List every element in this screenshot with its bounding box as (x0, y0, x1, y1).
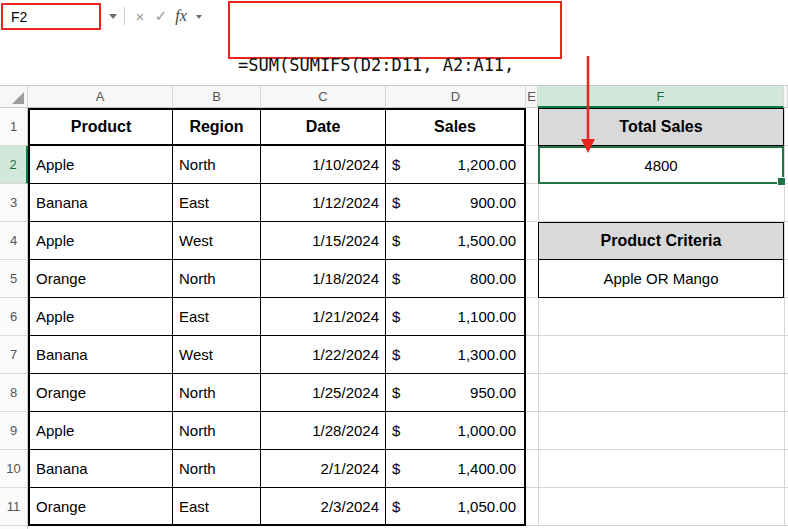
currency-symbol: $ (392, 384, 400, 401)
name-box-dropdown-icon[interactable] (102, 5, 124, 27)
currency-symbol: $ (392, 346, 400, 363)
row-header-3[interactable]: 3 (0, 184, 28, 222)
cell-d11[interactable]: $1,050.00 (386, 488, 526, 526)
row-header-5[interactable]: 5 (0, 260, 28, 298)
cell-c2[interactable]: 1/10/2024 (261, 146, 386, 184)
row-header-2[interactable]: 2 (0, 146, 28, 184)
cell-c4[interactable]: 1/15/2024 (261, 222, 386, 260)
cell-b1[interactable]: Region (173, 108, 261, 146)
cell-b4[interactable]: West (173, 222, 261, 260)
sales-amount: 900.00 (470, 194, 516, 211)
cell-d8[interactable]: $950.00 (386, 374, 526, 412)
cell-f5-product-criteria-value[interactable]: Apple OR Mango (538, 260, 784, 298)
formula-input[interactable]: =SUM(SUMIFS(D2:D11, A2:A11, {"Apple","Ma… (228, 1, 562, 59)
cell-d10[interactable]: $1,400.00 (386, 450, 526, 488)
column-header-e[interactable]: E (526, 85, 538, 108)
cell-f1-total-sales-label[interactable]: Total Sales (538, 108, 784, 146)
spreadsheet-window: F2 × ✓ fx =SUM(SUMIFS(D2:D11, A2:A11, {"… (0, 0, 788, 529)
row-header-10[interactable]: 10 (0, 450, 28, 488)
cell-b10[interactable]: North (173, 450, 261, 488)
column-header-b[interactable]: B (173, 85, 261, 108)
currency-symbol: $ (392, 498, 400, 515)
row-header-7[interactable]: 7 (0, 336, 28, 374)
currency-symbol: $ (392, 422, 400, 439)
sales-amount: 1,300.00 (458, 346, 516, 363)
cell-a2[interactable]: Apple (28, 146, 173, 184)
row-header-1[interactable]: 1 (0, 108, 28, 146)
cell-b7[interactable]: West (173, 336, 261, 374)
chevron-down-icon (196, 15, 202, 19)
insert-function-icon[interactable]: fx (171, 4, 191, 28)
formula-options-icon[interactable] (192, 12, 206, 22)
cell-f2-total-sales-value[interactable]: 4800 (538, 146, 784, 184)
currency-symbol: $ (392, 156, 400, 173)
cell-c6[interactable]: 1/21/2024 (261, 298, 386, 336)
select-all-triangle-icon (12, 92, 24, 104)
row-header-8[interactable]: 8 (0, 374, 28, 412)
cell-b2[interactable]: North (173, 146, 261, 184)
cell-c10[interactable]: 2/1/2024 (261, 450, 386, 488)
cell-a3[interactable]: Banana (28, 184, 173, 222)
row-header-9[interactable]: 9 (0, 412, 28, 450)
cell-b3[interactable]: East (173, 184, 261, 222)
currency-symbol: $ (392, 308, 400, 325)
row-header-4[interactable]: 4 (0, 222, 28, 260)
cell-a6[interactable]: Apple (28, 298, 173, 336)
cell-a1[interactable]: Product (28, 108, 173, 146)
sales-amount: 1,400.00 (458, 460, 516, 477)
cell-a4[interactable]: Apple (28, 222, 173, 260)
row-header-11[interactable]: 11 (0, 488, 28, 526)
formula-line-1: =SUM(SUMIFS(D2:D11, A2:A11, (238, 53, 552, 77)
cell-d9[interactable]: $1,000.00 (386, 412, 526, 450)
currency-symbol: $ (392, 232, 400, 249)
cell-d3[interactable]: $900.00 (386, 184, 526, 222)
cell-c1[interactable]: Date (261, 108, 386, 146)
cell-b11[interactable]: East (173, 488, 261, 526)
cell-d6[interactable]: $1,100.00 (386, 298, 526, 336)
column-header-f[interactable]: F (538, 85, 784, 108)
data-table: Product Region Date Sales Apple North 1/… (28, 108, 526, 526)
sales-amount: 1,000.00 (458, 422, 516, 439)
cancel-icon[interactable]: × (130, 4, 150, 28)
cell-c11[interactable]: 2/3/2024 (261, 488, 386, 526)
cell-a9[interactable]: Apple (28, 412, 173, 450)
column-header-d[interactable]: D (386, 85, 526, 108)
enter-icon[interactable]: ✓ (151, 4, 171, 28)
name-box[interactable]: F2 (1, 3, 101, 30)
currency-symbol: $ (392, 270, 400, 287)
sales-amount: 1,100.00 (458, 308, 516, 325)
cell-c3[interactable]: 1/12/2024 (261, 184, 386, 222)
cell-a11[interactable]: Orange (28, 488, 173, 526)
currency-symbol: $ (392, 194, 400, 211)
row-header-6[interactable]: 6 (0, 298, 28, 336)
cell-b6[interactable]: East (173, 298, 261, 336)
sales-amount: 1,050.00 (458, 498, 516, 515)
cell-d7[interactable]: $1,300.00 (386, 336, 526, 374)
cell-d2[interactable]: $1,200.00 (386, 146, 526, 184)
select-all-button[interactable] (0, 85, 28, 108)
cell-d4[interactable]: $1,500.00 (386, 222, 526, 260)
formula-bar-area: F2 × ✓ fx =SUM(SUMIFS(D2:D11, A2:A11, {"… (0, 0, 788, 85)
cell-a10[interactable]: Banana (28, 450, 173, 488)
chevron-down-icon (109, 14, 117, 19)
cell-c5[interactable]: 1/18/2024 (261, 260, 386, 298)
cell-c8[interactable]: 1/25/2024 (261, 374, 386, 412)
sales-amount: 950.00 (470, 384, 516, 401)
cell-a8[interactable]: Orange (28, 374, 173, 412)
column-header-c[interactable]: C (261, 85, 386, 108)
sales-amount: 800.00 (470, 270, 516, 287)
cell-b5[interactable]: North (173, 260, 261, 298)
cell-d5[interactable]: $800.00 (386, 260, 526, 298)
cell-c7[interactable]: 1/22/2024 (261, 336, 386, 374)
cell-b8[interactable]: North (173, 374, 261, 412)
cell-a5[interactable]: Orange (28, 260, 173, 298)
cell-a7[interactable]: Banana (28, 336, 173, 374)
annotation-arrow-icon (577, 56, 599, 156)
cell-f4-product-criteria-label[interactable]: Product Criteria (538, 222, 784, 260)
cell-b9[interactable]: North (173, 412, 261, 450)
column-header-a[interactable]: A (28, 85, 173, 108)
cell-c9[interactable]: 1/28/2024 (261, 412, 386, 450)
sales-amount: 1,200.00 (458, 156, 516, 173)
gridline (784, 108, 785, 526)
cell-d1[interactable]: Sales (386, 108, 526, 146)
